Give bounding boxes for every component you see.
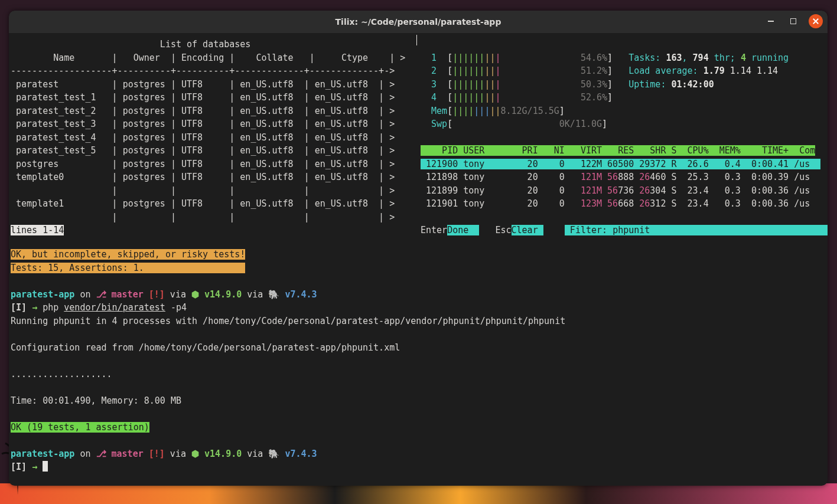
shell-pane[interactable]: OK, but incomplete, skipped, or risky te…: [11, 248, 825, 474]
cursor: [43, 461, 48, 472]
titlebar[interactable]: Tilix: ~/Code/personal/paratest-app: [9, 11, 828, 33]
tilix-window: Tilix: ~/Code/personal/paratest-app List…: [9, 11, 828, 486]
htop-pane[interactable]: 1 [||||||||| 54.6%] Tasks: 163, 794 thr;…: [421, 38, 825, 237]
close-button[interactable]: [809, 14, 823, 28]
maximize-button[interactable]: [790, 18, 796, 24]
psql-pane[interactable]: List of databases Name | Owner | Encodin…: [11, 38, 415, 237]
minimize-button[interactable]: [764, 14, 778, 28]
pane-divider[interactable]: [416, 35, 417, 45]
window-title: Tilix: ~/Code/personal/paratest-app: [336, 17, 501, 27]
desktop-background: [0, 483, 837, 504]
